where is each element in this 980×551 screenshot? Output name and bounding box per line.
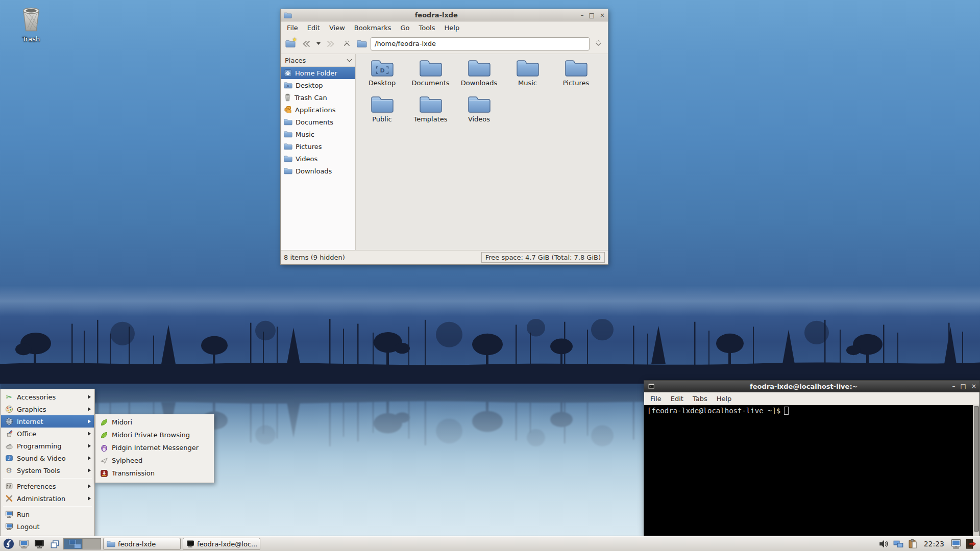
sidebar-item-documents[interactable]: Documents bbox=[281, 116, 355, 128]
folder-item-templates[interactable]: Templates bbox=[406, 94, 455, 131]
folder-item-downloads[interactable]: Downloads bbox=[455, 58, 503, 94]
path-input[interactable] bbox=[371, 37, 590, 51]
pidgin-icon bbox=[100, 443, 108, 452]
menu-edit[interactable]: Edit bbox=[667, 394, 688, 404]
trash-icon bbox=[284, 93, 291, 102]
sidebar-item-home-folder[interactable]: Home Folder bbox=[281, 67, 355, 79]
menu-item-administration[interactable]: Administration bbox=[1, 492, 94, 505]
volume-icon[interactable] bbox=[879, 539, 889, 549]
workspace-1[interactable] bbox=[64, 539, 82, 549]
folder-item-pictures[interactable]: Pictures bbox=[552, 58, 600, 94]
menu-edit[interactable]: Edit bbox=[303, 23, 324, 33]
chevron-down-icon bbox=[316, 42, 321, 45]
menu-bookmarks[interactable]: Bookmarks bbox=[350, 23, 396, 33]
terminal-titlebar[interactable]: feodra-lxde@localhost-live:~ – □ × bbox=[644, 381, 979, 392]
clock[interactable]: 22:23 bbox=[924, 540, 944, 548]
sidebar-item-desktop[interactable]: Desktop bbox=[281, 79, 355, 91]
menu-file[interactable]: File bbox=[283, 23, 302, 33]
menu-item-system-tools[interactable]: ⚙ System Tools bbox=[1, 464, 94, 477]
menu-item-programming[interactable]: Programming bbox=[1, 440, 94, 452]
submenu-arrow-icon bbox=[88, 484, 91, 488]
go-button[interactable] bbox=[592, 37, 605, 51]
file-manager-toolbar: ★ bbox=[281, 34, 608, 54]
file-manager-launcher[interactable] bbox=[17, 537, 31, 550]
sidebar-item-downloads[interactable]: Downloads bbox=[281, 165, 355, 177]
new-tab-button[interactable]: ★ bbox=[284, 37, 297, 51]
logout-door-icon[interactable] bbox=[965, 538, 976, 549]
workspace-2[interactable] bbox=[82, 539, 101, 549]
start-menu-button[interactable] bbox=[2, 537, 15, 550]
minimize-button[interactable]: – bbox=[581, 12, 584, 18]
folder-icon bbox=[284, 118, 292, 126]
sidebar-item-music[interactable]: Music bbox=[281, 128, 355, 140]
menu-item-run[interactable]: Run bbox=[1, 508, 94, 520]
menu-item-logout[interactable]: Logout bbox=[1, 520, 94, 533]
task-label: feodra-lxde@loc... bbox=[197, 540, 257, 548]
history-dropdown-button[interactable] bbox=[314, 37, 323, 51]
submenu-item-pidgin[interactable]: Pidgin Internet Messenger bbox=[96, 441, 213, 454]
sidebar-item-trash-can[interactable]: Trash Can bbox=[281, 91, 355, 104]
places-header[interactable]: Places bbox=[281, 54, 355, 67]
sidebar-item-videos[interactable]: Videos bbox=[281, 153, 355, 165]
desktop-folder-icon bbox=[284, 82, 292, 89]
menu-tools[interactable]: Tools bbox=[414, 23, 439, 33]
menu-item-preferences[interactable]: Preferences bbox=[1, 480, 94, 492]
submenu-arrow-icon bbox=[88, 468, 91, 472]
desktop-folder-icon bbox=[371, 58, 394, 78]
submenu-arrow-icon bbox=[88, 496, 91, 500]
submenu-item-midori-private[interactable]: Midori Private Browsing bbox=[96, 429, 213, 441]
terminal-icon bbox=[647, 383, 655, 390]
places-sidebar: Places Home Folder Desktop Trash Can bbox=[281, 54, 356, 250]
menu-file[interactable]: File bbox=[646, 394, 666, 404]
menu-item-office[interactable]: Office bbox=[1, 428, 94, 440]
file-manager-titlebar[interactable]: feodra-lxde – □ × bbox=[281, 9, 608, 21]
close-button[interactable]: × bbox=[971, 383, 976, 389]
clipboard-icon[interactable] bbox=[908, 539, 918, 549]
folder-item-music[interactable]: Music bbox=[503, 58, 552, 94]
home-button[interactable] bbox=[355, 37, 369, 51]
network-icon[interactable] bbox=[893, 539, 904, 549]
lock-screen-icon[interactable] bbox=[950, 538, 962, 549]
forward-button[interactable] bbox=[325, 37, 338, 51]
menu-item-accessories[interactable]: ✂ Accessories bbox=[1, 391, 94, 403]
menu-go[interactable]: Go bbox=[396, 23, 413, 33]
internet-submenu: Midori Midori Private Browsing Pidgin In… bbox=[95, 414, 214, 483]
submenu-item-transmission[interactable]: Transmission bbox=[96, 467, 213, 480]
workspace-pager[interactable] bbox=[63, 538, 101, 549]
menu-item-graphics[interactable]: Graphics bbox=[1, 403, 94, 415]
close-button[interactable]: × bbox=[600, 12, 605, 18]
submenu-item-sylpheed[interactable]: Sylpheed bbox=[96, 454, 213, 467]
run-icon bbox=[5, 510, 13, 519]
menu-view[interactable]: View bbox=[325, 23, 349, 33]
place-label: Downloads bbox=[296, 167, 332, 175]
desktop-trash-icon[interactable]: Trash bbox=[13, 6, 49, 43]
sidebar-item-applications[interactable]: Applications bbox=[281, 104, 355, 116]
home-folder-icon bbox=[357, 39, 367, 48]
folder-item-documents[interactable]: Documents bbox=[406, 58, 455, 94]
minimize-all-button[interactable] bbox=[48, 537, 61, 550]
maximize-button[interactable]: □ bbox=[589, 12, 595, 18]
folder-item-videos[interactable]: Videos bbox=[455, 94, 503, 131]
menu-tabs[interactable]: Tabs bbox=[689, 394, 712, 404]
terminal-content[interactable]: [feodra-lxde@localhost-live ~]$ bbox=[644, 405, 979, 536]
scrollbar-thumb[interactable] bbox=[974, 406, 979, 532]
back-button[interactable] bbox=[299, 37, 312, 51]
status-items-count: 8 items (9 hidden) bbox=[284, 254, 345, 261]
menu-item-internet[interactable]: Internet bbox=[1, 415, 94, 428]
submenu-item-midori[interactable]: Midori bbox=[96, 416, 213, 429]
terminal-launcher[interactable] bbox=[33, 537, 46, 550]
up-button[interactable] bbox=[340, 37, 353, 51]
new-tab-star-icon: ★ bbox=[292, 36, 297, 43]
minimize-button[interactable]: – bbox=[952, 383, 955, 389]
terminal-scrollbar[interactable] bbox=[973, 405, 979, 536]
menu-help[interactable]: Help bbox=[440, 23, 464, 33]
sidebar-item-pictures[interactable]: Pictures bbox=[281, 140, 355, 153]
task-button-terminal[interactable]: feodra-lxde@loc... bbox=[183, 538, 260, 550]
menu-item-sound-video[interactable]: Sound & Video bbox=[1, 452, 94, 464]
application-menu: ✂ Accessories Graphics Internet Office P… bbox=[0, 389, 95, 536]
folder-item-public[interactable]: Public bbox=[358, 94, 406, 131]
folder-item-desktop[interactable]: Desktop bbox=[358, 58, 406, 94]
menu-help[interactable]: Help bbox=[713, 394, 736, 404]
maximize-button[interactable]: □ bbox=[961, 383, 966, 389]
task-button-file-manager[interactable]: feodra-lxde bbox=[103, 538, 181, 550]
